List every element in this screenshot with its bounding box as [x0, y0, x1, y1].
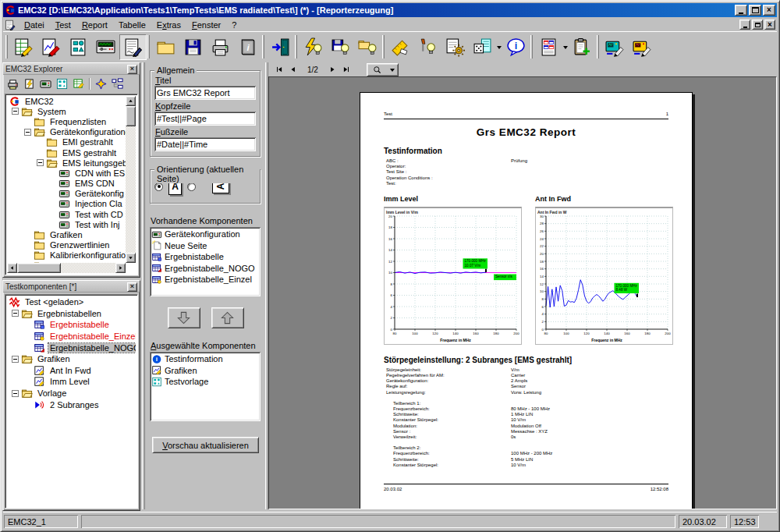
kopfzeile-input[interactable] — [154, 112, 256, 126]
receiver-test-button[interactable] — [629, 34, 656, 60]
toolbar-grip[interactable] — [597, 35, 599, 59]
explorer-vscrollbar[interactable] — [126, 96, 136, 263]
tree-item[interactable]: EMS leitungsgeb — [7, 158, 126, 168]
collapse-toggle[interactable] — [24, 129, 31, 136]
help-manual-button[interactable] — [234, 34, 261, 60]
save-button[interactable] — [179, 34, 207, 60]
favorites-button[interactable] — [94, 77, 108, 90]
move-up-button[interactable] — [211, 307, 244, 328]
collapse-toggle[interactable] — [12, 310, 19, 317]
prev-page-button[interactable] — [287, 64, 300, 75]
tree-item[interactable]: 2 Subranges — [7, 399, 136, 410]
collapse-toggle[interactable] — [12, 108, 19, 115]
minimize-button[interactable] — [735, 5, 747, 16]
tree-item[interactable]: Test with Inj — [7, 219, 126, 229]
mdi-close-button[interactable]: × — [764, 20, 775, 30]
menu-test[interactable]: Test — [50, 20, 76, 30]
tree-item[interactable]: Vorlage — [7, 388, 136, 399]
scroll-left-button[interactable] — [7, 263, 17, 273]
tree-item[interactable]: Ergebnistabellen — [7, 308, 136, 320]
tree-item[interactable]: Grenzwertlinien — [7, 240, 126, 250]
tree-item[interactable]: Frequenzlisten — [7, 116, 126, 126]
test-info-button[interactable] — [502, 34, 530, 60]
toolbar-grip[interactable] — [5, 35, 8, 59]
device-list-button[interactable] — [38, 77, 53, 90]
fusszeile-input[interactable] — [154, 137, 256, 151]
toolbar-grip[interactable] — [530, 35, 533, 59]
new-test-button[interactable] — [22, 77, 37, 90]
scroll-up-button[interactable] — [126, 96, 136, 106]
tree-item[interactable]: EMI gestrahlt — [7, 137, 126, 147]
toolbar-grip[interactable] — [147, 35, 150, 59]
tree-item[interactable]: System — [7, 106, 126, 116]
move-down-button[interactable] — [168, 307, 200, 328]
vorhandene-komponenten-list[interactable]: GerätekonfigurationNeue SeiteErgebnistab… — [150, 227, 261, 296]
print-button[interactable] — [5, 77, 20, 90]
list-item[interactable]: Ergebnistabelle_NOGO — [151, 263, 259, 275]
random-generator-button[interactable] — [469, 34, 496, 60]
portrait-radio[interactable] — [154, 183, 163, 191]
close-button[interactable]: × — [763, 5, 775, 16]
test-components-button[interactable] — [65, 34, 92, 60]
menu-fenster[interactable]: Fenster — [186, 20, 226, 30]
tree-view-button[interactable] — [110, 77, 125, 90]
list-item[interactable]: Ergebnistabelle_Einzel — [151, 274, 259, 286]
exit-button[interactable] — [267, 34, 294, 60]
mdi-minimize-button[interactable] — [739, 20, 750, 30]
save-measurement-button[interactable] — [327, 34, 354, 60]
calibration-button[interactable] — [387, 34, 414, 60]
hscroll-thumb[interactable] — [17, 263, 61, 273]
toolbar-grip[interactable] — [262, 35, 264, 59]
vscroll-thumb[interactable] — [126, 106, 136, 126]
tree-item[interactable]: Kalibrierkonfiguration — [7, 250, 126, 261]
maximize-button[interactable] — [749, 5, 761, 16]
menu-report[interactable]: Report — [76, 20, 113, 30]
tree-item[interactable]: EMS CDN — [7, 179, 126, 189]
hardware-setup-button[interactable] — [10, 34, 37, 60]
list-item[interactable]: Grafiken — [151, 365, 259, 377]
tree-item[interactable]: Ant In Fwd — [7, 365, 136, 377]
report-tables-dropdown[interactable] — [562, 34, 569, 60]
tree-item[interactable]: EMC32 — [7, 96, 126, 106]
toolbar-grip[interactable] — [382, 35, 385, 59]
start-measurement-button[interactable] — [300, 34, 327, 60]
tree-item[interactable]: Injection Cla — [7, 199, 126, 209]
menu-tabelle[interactable]: Tabelle — [113, 20, 151, 30]
graphics-setup-button[interactable] — [37, 34, 65, 60]
scroll-right-button[interactable] — [115, 263, 126, 273]
landscape-radio[interactable] — [187, 183, 196, 191]
last-page-button[interactable] — [340, 64, 353, 75]
testkomponenten-close-button[interactable]: × — [127, 282, 137, 292]
toolbar-grip[interactable] — [295, 35, 297, 59]
zoom-dropdown-button[interactable] — [388, 64, 398, 76]
test-tools-button[interactable] — [414, 34, 441, 60]
open-button[interactable] — [152, 34, 179, 60]
preview-area[interactable]: Test 1 Grs EMC32 Report Testinformation … — [268, 76, 777, 509]
collapse-toggle[interactable] — [12, 390, 19, 397]
report-generation-button[interactable] — [119, 34, 147, 60]
report-tables-button[interactable] — [535, 34, 562, 60]
add-to-report-button[interactable] — [569, 34, 596, 60]
menu-[interactable]: ? — [226, 20, 242, 30]
scroll-down-button[interactable] — [126, 253, 136, 263]
tree-item[interactable]: Imm Level — [7, 376, 136, 388]
list-item[interactable]: Ergebnistabelle — [151, 251, 259, 263]
ausgewaehlte-komponenten-list[interactable]: TestinformationGrafikenTestvorlage — [150, 352, 261, 421]
zoom-button[interactable] — [367, 64, 388, 76]
options-button[interactable] — [441, 34, 469, 60]
generator-test-button[interactable] — [601, 34, 629, 60]
list-item[interactable]: Testvorlage — [151, 376, 259, 388]
explorer-hscrollbar[interactable] — [7, 263, 126, 273]
edit-table-button[interactable] — [71, 77, 86, 90]
tree-item[interactable]: EMS gestrahlt — [7, 147, 126, 158]
tree-item[interactable]: Gerätekonfiguratione — [7, 127, 126, 137]
tree-item[interactable]: Ergebnistabelle_Einzel — [7, 331, 136, 342]
splitter-left[interactable] — [142, 62, 145, 509]
device-settings-button[interactable] — [92, 34, 119, 60]
tree-item[interactable]: Grafiken — [7, 229, 126, 239]
tree-item[interactable]: Ergebnistabelle_NOGO — [7, 342, 136, 353]
tree-item[interactable]: Ergebnistabelle — [7, 319, 136, 331]
random-generator-dropdown[interactable] — [496, 34, 502, 60]
mdi-restore-button[interactable] — [752, 20, 763, 30]
first-page-button[interactable] — [273, 64, 285, 75]
